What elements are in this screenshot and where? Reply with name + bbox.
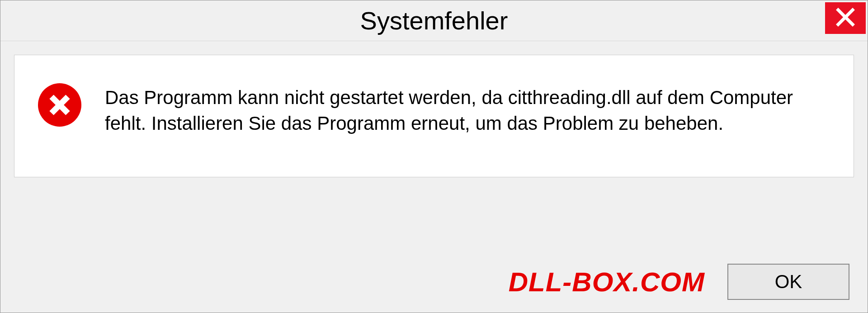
error-dialog: Systemfehler Das Programm kann nicht g: [0, 0, 868, 313]
close-button[interactable]: [825, 2, 866, 34]
titlebar: Systemfehler: [0, 0, 868, 41]
close-icon: [835, 7, 855, 29]
ok-button[interactable]: OK: [727, 264, 849, 300]
footer: DLL-BOX.COM OK: [0, 251, 868, 313]
message-panel: Das Programm kann nicht gestartet werden…: [14, 55, 854, 177]
error-icon: [37, 82, 82, 128]
watermark-text: DLL-BOX.COM: [509, 266, 705, 298]
error-message: Das Programm kann nicht gestartet werden…: [105, 82, 831, 136]
content-area: Das Programm kann nicht gestartet werden…: [0, 41, 868, 251]
dialog-title: Systemfehler: [360, 6, 508, 35]
